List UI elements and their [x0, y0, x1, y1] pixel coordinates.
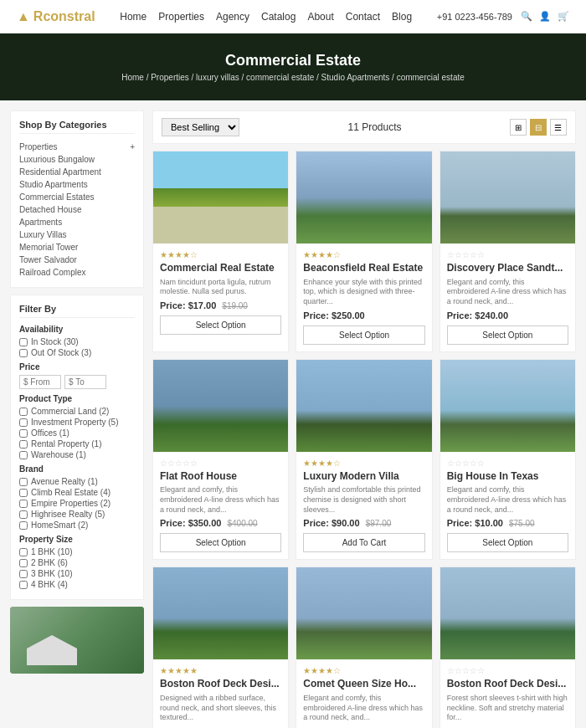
filter-title: Filter By [19, 304, 135, 318]
product-info-9: ☆☆☆☆☆ Boston Roof Deck Desi... Forest sh… [440, 659, 575, 728]
filter-4bhk[interactable]: 4 BHK (4) [19, 580, 135, 589]
product-title-3: Discovery Place Sandt... [447, 262, 568, 275]
price-current-3: Price: $240.00 [447, 310, 508, 320]
product-card-1: ★★★★☆ Commercial Real Estate Nam tincidu… [152, 151, 289, 352]
product-card-8: ★★★★☆ Comet Queen Size Ho... Elegant and… [296, 567, 432, 728]
sidebar-item-luxury[interactable]: Luxury Villas [19, 228, 135, 241]
product-image-8 [296, 567, 431, 659]
product-info-5: ★★★★☆ Luxury Modern Villa Stylish and co… [296, 452, 431, 560]
nav-agency[interactable]: Agency [216, 11, 249, 23]
logo-icon: ▲ [17, 9, 30, 24]
product-card-5: ★★★★☆ Luxury Modern Villa Stylish and co… [296, 359, 432, 561]
price-current-5: Price: $90.00 [303, 518, 359, 528]
filter-highrisee[interactable]: Highrisee Realty (5) [19, 510, 135, 519]
nav-about[interactable]: About [307, 11, 333, 23]
product-title-1: Commercial Real Estate [160, 262, 281, 275]
product-image-5 [296, 360, 431, 452]
search-icon[interactable]: 🔍 [521, 11, 532, 22]
nav-blog[interactable]: Blog [392, 11, 412, 23]
product-btn-6[interactable]: Select Option [447, 533, 568, 552]
price-current-4: Price: $350.00 [160, 518, 221, 528]
product-card-6: ☆☆☆☆☆ Big House In Texas Elegant and com… [440, 359, 576, 561]
product-info-3: ☆☆☆☆☆ Discovery Place Sandt... Elegant a… [440, 244, 575, 351]
nav-properties[interactable]: Properties [158, 11, 204, 23]
user-icon[interactable]: 👤 [539, 11, 551, 22]
filter-rental[interactable]: Rental Property (1) [19, 439, 135, 449]
price-from-input[interactable] [19, 375, 61, 389]
product-stars-9: ☆☆☆☆☆ [447, 666, 568, 675]
product-btn-4[interactable]: Select Option [160, 533, 281, 552]
product-price-5: Price: $90.00 $97.00 [303, 518, 424, 528]
filter-warehouse[interactable]: Warehouse (1) [19, 450, 135, 459]
logo[interactable]: ▲ Rconstral [17, 9, 95, 24]
products-count: 11 Products [347, 121, 401, 133]
product-btn-1[interactable]: Select Option [160, 315, 281, 335]
sidebar-item-bungalow[interactable]: Luxurious Bungalow [19, 153, 135, 166]
categories-title: Shop By Categories [19, 120, 135, 134]
filter-1bhk[interactable]: 1 BHK (10) [19, 547, 135, 556]
product-card-3: ☆☆☆☆☆ Discovery Place Sandt... Elegant a… [440, 151, 576, 352]
product-title-2: Beaconsfield Real Estate [303, 262, 424, 275]
main-container: Shop By Categories Properties + Luxuriou… [0, 100, 586, 728]
sidebar-item-properties[interactable]: Properties + [19, 141, 135, 153]
product-stars-7: ★★★★★ [160, 666, 281, 675]
product-type-label: Product Type [19, 394, 135, 403]
out-of-stock-checkbox[interactable] [19, 349, 28, 357]
filter-avenue[interactable]: Avenue Realty (1) [19, 477, 135, 486]
view-btn-grid2[interactable]: ⊞ [510, 119, 527, 136]
filter-offices[interactable]: Offices (1) [19, 428, 135, 438]
categories-section: Shop By Categories Properties + Luxuriou… [10, 110, 144, 288]
filter-empire[interactable]: Empire Properties (2) [19, 499, 135, 508]
filter-2bhk[interactable]: 2 BHK (6) [19, 558, 135, 567]
cart-icon[interactable]: 🛒 [558, 11, 569, 22]
view-btn-list[interactable]: ☰ [550, 119, 567, 136]
nav-contact[interactable]: Contact [346, 11, 380, 23]
product-title-9: Boston Roof Deck Desi... [447, 678, 568, 691]
price-to-input[interactable] [64, 375, 106, 389]
price-label: Price [19, 362, 135, 372]
product-info-8: ★★★★☆ Comet Queen Size Ho... Elegant and… [296, 659, 431, 728]
sidebar-item-apartments[interactable]: Apartments [19, 216, 135, 228]
sidebar-item-railroad[interactable]: Railroad Complex [19, 266, 135, 279]
nav-catalog[interactable]: Catalog [261, 11, 296, 23]
product-desc-4: Elegant and comfy, this embroidered A-li… [160, 485, 281, 515]
sidebar-item-tower[interactable]: Tower Salvador [19, 254, 135, 266]
filter-homesmart[interactable]: HomeSmart (2) [19, 520, 135, 530]
product-title-4: Flat Roof House [160, 470, 281, 484]
product-desc-3: Elegant and comfy, this embroidered A-li… [447, 278, 568, 307]
product-price-3: Price: $240.00 [447, 310, 568, 320]
filter-commercial-land[interactable]: Commercial Land (2) [19, 407, 135, 416]
sort-select[interactable]: Best Selling [162, 118, 239, 136]
view-btn-grid3[interactable]: ⊟ [530, 119, 547, 136]
filter-climb[interactable]: Climb Real Estate (4) [19, 488, 135, 497]
price-inputs [19, 375, 135, 389]
filter-in-stock[interactable]: In Stock (30) [19, 337, 135, 346]
product-info-1: ★★★★☆ Commercial Real Estate Nam tincidu… [153, 244, 288, 341]
product-desc-9: Forest short sleeves t-shirt with high n… [447, 694, 568, 723]
product-desc-7: Designed with a ribbed surface, round ne… [160, 694, 281, 723]
product-btn-3[interactable]: Select Option [447, 326, 568, 345]
sidebar-item-detached[interactable]: Detached House [19, 203, 135, 216]
product-card-4: ☆☆☆☆☆ Flat Roof House Elegant and comfy,… [152, 359, 289, 561]
sidebar-item-commercial[interactable]: Commercial Estates [19, 191, 135, 203]
nav-home[interactable]: Home [120, 11, 146, 23]
filter-out-of-stock[interactable]: Out Of Stock (3) [19, 348, 135, 357]
sidebar-item-memorial[interactable]: Memorial Tower [19, 241, 135, 254]
sidebar-item-residential[interactable]: Residential Apartment [19, 166, 135, 178]
product-btn-2[interactable]: Select Option [303, 326, 424, 345]
product-desc-5: Stylish and comfortable this printed che… [303, 485, 424, 515]
logo-text: Rconstral [33, 9, 95, 24]
product-btn-5[interactable]: Add To Cart [303, 533, 424, 552]
product-image-7 [153, 567, 288, 659]
nav-icons: 🔍 👤 🛒 [521, 11, 569, 22]
product-title-5: Luxury Modern Villa [303, 470, 424, 484]
sidebar-item-studio[interactable]: Studio Apartments [19, 178, 135, 191]
product-card-9: ☆☆☆☆☆ Boston Roof Deck Desi... Forest sh… [440, 567, 576, 728]
category-image [10, 607, 144, 674]
brand-label: Brand [19, 464, 135, 474]
filter-investment[interactable]: Investment Property (5) [19, 418, 135, 427]
in-stock-checkbox[interactable] [19, 338, 28, 346]
price-current-2: Price: $250.00 [303, 310, 364, 320]
product-stars-3: ☆☆☆☆☆ [447, 250, 568, 259]
filter-3bhk[interactable]: 3 BHK (10) [19, 569, 135, 578]
